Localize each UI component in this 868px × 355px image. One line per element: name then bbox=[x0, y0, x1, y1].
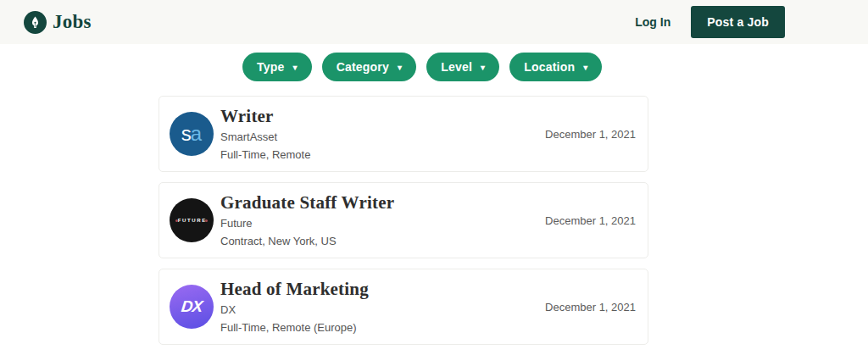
filter-category-label: Category bbox=[337, 60, 389, 74]
header-actions: Log In Post a Job bbox=[635, 6, 785, 38]
job-date: December 1, 2021 bbox=[545, 301, 636, 313]
filter-type-button[interactable]: Type ▾ bbox=[242, 53, 312, 81]
filter-type-label: Type bbox=[257, 60, 284, 74]
filter-bar: Type ▾ Category ▾ Level ▾ Location ▾ bbox=[242, 53, 868, 81]
job-date: December 1, 2021 bbox=[545, 128, 636, 141]
logo-letter: s bbox=[181, 122, 191, 146]
brand-name: Jobs bbox=[53, 11, 92, 33]
chevron-down-icon: ▾ bbox=[583, 64, 587, 72]
job-meta: Full-Time, Remote (Europe) bbox=[220, 321, 369, 334]
logo-accent-icon bbox=[175, 219, 178, 222]
job-meta: Full-Time, Remote bbox=[220, 148, 310, 161]
logo-letter: FUTURE bbox=[178, 218, 207, 223]
logo-accent-icon bbox=[205, 219, 208, 222]
logo-letter: a bbox=[191, 122, 202, 146]
company-name: Future bbox=[220, 217, 394, 230]
pen-nib-icon bbox=[24, 11, 47, 34]
job-meta: Contract, New York, US bbox=[220, 235, 394, 247]
job-info: Graduate Staff Writer Future Contract, N… bbox=[220, 193, 394, 247]
login-link[interactable]: Log In bbox=[635, 15, 670, 29]
company-logo-smartasset: sa bbox=[170, 112, 214, 156]
job-info: Writer SmartAsset Full-Time, Remote bbox=[220, 107, 310, 161]
filter-level-button[interactable]: Level ▾ bbox=[426, 53, 499, 81]
job-title[interactable]: Writer bbox=[220, 107, 310, 126]
job-card-writer[interactable]: sa Writer SmartAsset Full-Time, Remote D… bbox=[159, 96, 648, 172]
filter-category-button[interactable]: Category ▾ bbox=[322, 53, 417, 81]
chevron-down-icon: ▾ bbox=[292, 64, 297, 72]
post-a-job-button[interactable]: Post a Job bbox=[691, 6, 785, 38]
job-title[interactable]: Graduate Staff Writer bbox=[220, 193, 394, 213]
job-date: December 1, 2021 bbox=[545, 214, 636, 227]
job-card-graduate-staff-writer[interactable]: FUTURE Graduate Staff Writer Future Cont… bbox=[159, 182, 648, 258]
chevron-down-icon: ▾ bbox=[398, 64, 402, 72]
company-name: DX bbox=[220, 303, 369, 316]
filter-location-label: Location bbox=[524, 60, 575, 74]
company-logo-future: FUTURE bbox=[170, 198, 214, 242]
company-name: SmartAsset bbox=[220, 130, 310, 143]
filter-level-label: Level bbox=[441, 60, 472, 74]
job-list: sa Writer SmartAsset Full-Time, Remote D… bbox=[159, 96, 648, 345]
job-card-head-of-marketing[interactable]: DX Head of Marketing DX Full-Time, Remot… bbox=[159, 269, 648, 345]
job-title[interactable]: Head of Marketing bbox=[220, 280, 369, 299]
chevron-down-icon: ▾ bbox=[481, 64, 485, 72]
logo-letter: DX bbox=[181, 297, 203, 316]
brand-logo[interactable]: Jobs bbox=[24, 11, 92, 34]
job-info: Head of Marketing DX Full-Time, Remote (… bbox=[220, 280, 369, 334]
header: Jobs Log In Post a Job bbox=[0, 0, 868, 44]
filter-location-button[interactable]: Location ▾ bbox=[509, 53, 602, 81]
company-logo-dx: DX bbox=[170, 285, 214, 329]
